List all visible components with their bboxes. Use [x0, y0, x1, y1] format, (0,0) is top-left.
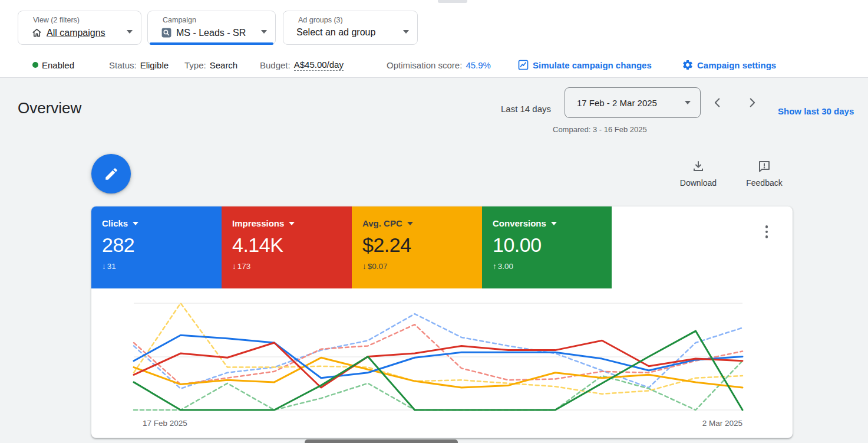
delta-value: 173 [237, 262, 251, 271]
status-value: Eligible [140, 60, 169, 70]
feedback-button[interactable]: Feedback [745, 159, 784, 188]
simulate-campaign-changes-link[interactable]: Simulate campaign changes [517, 53, 652, 77]
scorecard-clicks[interactable]: Clicks 282 ↓ 31 [91, 206, 222, 288]
optimisation-value[interactable]: 45.9% [466, 60, 491, 70]
scorecard-impressions[interactable]: Impressions 4.14K ↓ 173 [222, 206, 352, 288]
chart-line-clicks-prev [134, 314, 742, 389]
metric-selector[interactable]: Conversions [493, 218, 612, 228]
metric-delta: ↑ 3.00 [493, 262, 612, 271]
timeseries-chart: 17 Feb 2025 2 Mar 2025 [91, 295, 793, 438]
delta-arrow-icon: ↓ [102, 262, 106, 271]
campaign-status-bar: Enabled Status: Eligible Type: Search Bu… [0, 53, 868, 77]
campaign-label: Campaign [163, 16, 267, 24]
show-last-30-days-link[interactable]: Show last 30 days [778, 106, 854, 116]
ad-groups-label: Ad groups (3) [298, 16, 409, 24]
overview-section: Overview Last 14 days 17 Feb - 2 Mar 202… [0, 78, 868, 443]
chevron-right-icon [745, 96, 758, 109]
metric-selector[interactable]: Impressions [232, 218, 352, 228]
gear-icon [682, 59, 694, 71]
budget-value[interactable]: A$45.00/day [294, 60, 344, 71]
chevron-down-icon [261, 30, 267, 34]
metric-value: $2.24 [362, 234, 482, 257]
next-period-button[interactable] [741, 92, 763, 113]
metric-value: 10.00 [493, 234, 612, 257]
metric-value: 282 [102, 234, 222, 257]
scorecard-avg-cpc[interactable]: Avg. CPC $2.24 ↓ $0.07 [352, 206, 482, 288]
chart-line-avg-cpc [134, 357, 742, 388]
budget-label: Budget: [260, 60, 291, 70]
overview-chart-card: Clicks 282 ↓ 31 Impressions 4.14K ↓ 173 … [91, 206, 793, 438]
metric-label: Avg. CPC [362, 218, 402, 228]
download-label: Download [680, 178, 717, 188]
page-title: Overview [18, 99, 81, 117]
metric-label: Conversions [493, 218, 546, 228]
enabled-label: Enabled [42, 60, 74, 70]
compared-period-text: Compared: 3 - 16 Feb 2025 [553, 125, 647, 134]
x-axis-start-label: 17 Feb 2025 [143, 419, 187, 428]
simulate-chart-icon [517, 59, 529, 71]
ad-groups-dropdown[interactable]: Ad groups (3) Select an ad group [283, 11, 418, 45]
type-field: Type: Search [184, 53, 237, 77]
metric-label: Impressions [232, 218, 284, 228]
chevron-down-icon [685, 101, 691, 104]
delta-value: 3.00 [498, 262, 513, 271]
type-value: Search [210, 60, 238, 70]
horizontal-scrollbar[interactable] [305, 439, 458, 443]
home-icon [31, 27, 42, 38]
metric-value: 4.14K [232, 234, 352, 257]
date-range-preset-label: Last 14 days [501, 104, 551, 114]
feedback-icon [757, 159, 771, 173]
metric-delta: ↓ 31 [102, 262, 222, 271]
feedback-label: Feedback [746, 178, 782, 188]
campaign-dropdown[interactable]: Campaign MS - Leads - SR [147, 11, 276, 45]
delta-value: $0.07 [368, 262, 388, 271]
metric-selector[interactable]: Clicks [102, 218, 222, 228]
search-campaign-icon [161, 27, 172, 38]
delta-value: 31 [107, 262, 116, 271]
chevron-down-icon [127, 30, 133, 34]
metric-delta: ↓ 173 [232, 262, 352, 271]
chevron-down-icon [551, 222, 557, 225]
delta-arrow-icon: ↓ [232, 262, 236, 271]
optimisation-label: Optimisation score: [387, 60, 462, 70]
download-icon [691, 159, 705, 173]
pencil-icon [104, 166, 119, 182]
delta-arrow-icon: ↑ [493, 262, 497, 271]
campaign-value: MS - Leads - SR [176, 28, 246, 38]
view-filter-dropdown[interactable]: View (2 filters) All campaigns [18, 11, 141, 45]
card-overflow-menu[interactable] [760, 223, 774, 241]
type-label: Type: [184, 60, 206, 70]
x-axis-end-label: 2 Mar 2025 [702, 419, 742, 428]
metric-label: Clicks [102, 218, 128, 228]
enabled-status: Enabled [32, 53, 74, 77]
chevron-down-icon [407, 222, 413, 225]
budget-field: Budget: A$45.00/day [260, 53, 344, 77]
status-label: Status: [109, 60, 137, 70]
top-scrollbar-hint [438, 0, 467, 3]
enabled-dot-icon [32, 62, 38, 68]
metric-selector[interactable]: Avg. CPC [362, 218, 482, 228]
previous-period-button[interactable] [707, 92, 728, 113]
settings-label: Campaign settings [697, 60, 776, 70]
chevron-down-icon [403, 30, 409, 34]
view-filter-label: View (2 filters) [33, 16, 133, 24]
chevron-left-icon [711, 96, 724, 109]
campaign-settings-link[interactable]: Campaign settings [682, 53, 776, 77]
simulate-label: Simulate campaign changes [533, 60, 652, 70]
campaign-active-indicator [150, 42, 273, 45]
status-field: Status: Eligible [109, 53, 169, 77]
chevron-down-icon [133, 222, 138, 225]
chevron-down-icon [289, 222, 295, 225]
edit-fab-button[interactable] [91, 154, 131, 193]
scorecard-conversions[interactable]: Conversions 10.00 ↑ 3.00 [482, 206, 612, 288]
optimisation-score-field: Optimisation score: 45.9% [387, 53, 491, 77]
date-range-value: 17 Feb - 2 Mar 2025 [577, 98, 676, 108]
date-range-selector[interactable]: 17 Feb - 2 Mar 2025 [565, 87, 701, 118]
ad-groups-value: Select an ad group [296, 27, 375, 38]
metric-delta: ↓ $0.07 [362, 262, 482, 271]
view-filter-value: All campaigns [47, 28, 105, 38]
download-button[interactable]: Download [679, 159, 718, 188]
delta-arrow-icon: ↓ [362, 262, 367, 271]
